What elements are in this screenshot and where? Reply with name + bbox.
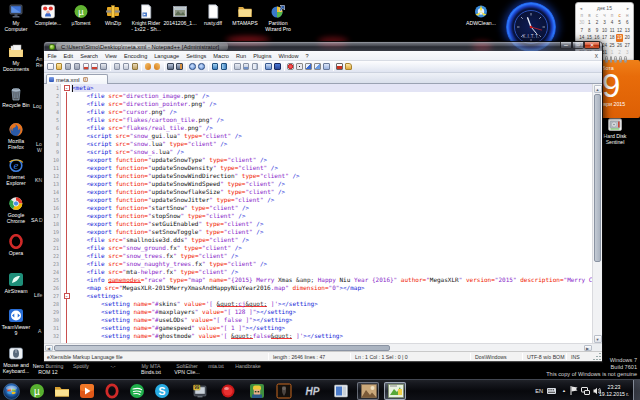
menu-search[interactable]: Search bbox=[77, 53, 102, 59]
calendar-day[interactable]: 15 bbox=[586, 34, 594, 41]
show-desktop-button[interactable] bbox=[633, 380, 640, 400]
menu-[interactable]: ? bbox=[302, 53, 312, 59]
desktop-icon-label-bottom-row[interactable]: Handbrake bbox=[222, 364, 274, 370]
taskbar-game-green-icon[interactable] bbox=[249, 383, 265, 399]
calendar-day[interactable]: 8 bbox=[586, 27, 594, 34]
action-center-flag-icon[interactable] bbox=[570, 380, 578, 400]
editor-line-11[interactable]: 11 <export function="updateSnowDensity" … bbox=[44, 164, 592, 172]
menu-file[interactable]: File bbox=[44, 53, 60, 59]
calendar-day[interactable]: 16 bbox=[593, 34, 601, 41]
cut-icon[interactable] bbox=[114, 63, 121, 70]
code-editor[interactable]: 1<meta>2 <file src="direction_image.png"… bbox=[44, 84, 592, 343]
calendar-day[interactable]: 9 bbox=[593, 27, 601, 34]
close-file-icon[interactable] bbox=[83, 63, 90, 70]
zoom-out-icon[interactable] bbox=[198, 63, 205, 70]
calendar-day[interactable]: 3 bbox=[601, 19, 609, 26]
calendar-day[interactable]: 20 bbox=[623, 34, 631, 41]
editor-line-26[interactable]: 26 <map src="MegasXLR-2015MerryXmasAndHa… bbox=[44, 284, 592, 292]
explorer-icon[interactable] bbox=[345, 63, 352, 70]
calendar-day[interactable]: 14 bbox=[578, 34, 586, 41]
calendar-day[interactable]: 4 bbox=[608, 19, 616, 26]
menu-settings[interactable]: Settings bbox=[183, 53, 210, 59]
show-all-chars-icon[interactable] bbox=[243, 63, 250, 70]
taskbar-opera-icon[interactable] bbox=[104, 383, 120, 399]
taskbar-image-app-icon[interactable] bbox=[333, 383, 349, 399]
close-all-icon[interactable] bbox=[91, 63, 98, 70]
taskbar-spotify-icon[interactable] bbox=[129, 383, 145, 399]
taskbar-utorrent-icon[interactable]: µ bbox=[29, 383, 45, 399]
taskbar-clock[interactable]: 23:23 19.12.2015 г. bbox=[596, 384, 632, 398]
editor-line-7[interactable]: 7 <script src="snow_gui.lua" type="clien… bbox=[44, 132, 592, 140]
doc-switcher-icon[interactable] bbox=[274, 63, 281, 70]
calendar-prev-icon[interactable]: ◄ bbox=[579, 6, 583, 11]
spell-check-icon[interactable] bbox=[336, 63, 343, 70]
taskbar-recorder-icon[interactable] bbox=[220, 383, 236, 399]
touch-keyboard-icon[interactable] bbox=[547, 380, 556, 400]
editor-line-19[interactable]: 19 <export function="setSnowToggle" type… bbox=[44, 228, 592, 236]
calendar-day[interactable]: 26 bbox=[616, 42, 624, 49]
taskbar-game-dark-icon[interactable] bbox=[276, 383, 292, 399]
tab-close-icon[interactable]: x bbox=[83, 77, 89, 83]
taskbar-photo-window-icon[interactable] bbox=[357, 382, 379, 400]
editor-line-5[interactable]: 5 <file src="flakes/cartoon_tile.png" /> bbox=[44, 116, 592, 124]
calendar-day[interactable]: 5 bbox=[616, 19, 624, 26]
menu-plugins[interactable]: Plugins bbox=[250, 53, 275, 59]
find-icon[interactable] bbox=[167, 63, 174, 70]
save-all-icon[interactable] bbox=[74, 63, 81, 70]
editor-line-16[interactable]: 16 <export function="startSnow" type="cl… bbox=[44, 204, 592, 212]
save-icon[interactable] bbox=[65, 63, 72, 70]
taskbar-notepadpp-window-icon[interactable] bbox=[384, 382, 406, 400]
indent-guide-icon[interactable] bbox=[252, 63, 259, 70]
calendar-day[interactable]: 13 bbox=[623, 27, 631, 34]
taskbar-media-player-icon[interactable] bbox=[79, 383, 95, 399]
editor-line-9[interactable]: 9 <script src="snow_s.lua" /> bbox=[44, 148, 592, 156]
editor-line-10[interactable]: 10 <export function="updateSnowType" typ… bbox=[44, 156, 592, 164]
undo-icon[interactable] bbox=[145, 63, 152, 70]
editor-line-20[interactable]: 20 <file src="smallnoise3d.dds" type="cl… bbox=[44, 236, 592, 244]
editor-line-15[interactable]: 15 <export function="updateSnowJitter" t… bbox=[44, 196, 592, 204]
calendar-day[interactable]: 27 bbox=[623, 42, 631, 49]
editor-line-24[interactable]: 24 <file src="mta-helper.fx" type="clien… bbox=[44, 268, 592, 276]
calendar-day[interactable]: 18 bbox=[608, 34, 616, 41]
calendar-day[interactable]: 7 bbox=[578, 27, 586, 34]
window-titlebar[interactable]: C:\Users\Simo\Desktop\meta.xml - Notepad… bbox=[44, 42, 602, 51]
editor-line-3[interactable]: 3 <file src="direction_pointer.png" /> bbox=[44, 100, 592, 108]
calendar-day[interactable]: 25 bbox=[608, 42, 616, 49]
menu-view[interactable]: View bbox=[101, 53, 120, 59]
taskbar-notes-99-icon[interactable]: 99 bbox=[192, 383, 208, 399]
editor-line-32[interactable]: 32 <setting name="#ghostmode" value='[ &… bbox=[44, 332, 592, 340]
calendar-day[interactable]: 30 bbox=[578, 19, 586, 26]
editor-line-28[interactable]: 28 <setting name="#skins" value='[ &quot… bbox=[44, 300, 592, 308]
menu-language[interactable]: Language bbox=[151, 53, 183, 59]
maximize-button[interactable]: □ bbox=[572, 42, 584, 49]
editor-line-31[interactable]: 31 <setting name="#gamespeed" value="[ 1… bbox=[44, 324, 592, 332]
editor-line-17[interactable]: 17 <export function="stopSnow" type="cli… bbox=[44, 212, 592, 220]
menubar-close-icon[interactable]: x bbox=[595, 52, 598, 59]
desktop-icon-partition-wizard[interactable]: PartitionWizard Pro bbox=[252, 4, 304, 33]
run-macro-multiple-icon[interactable] bbox=[323, 63, 330, 70]
taskbar-explorer-icon[interactable] bbox=[54, 383, 70, 399]
record-macro-icon[interactable] bbox=[287, 63, 294, 70]
editor-line-18[interactable]: 18 <export function="setGuiEnabled" type… bbox=[44, 220, 592, 228]
calendar-day[interactable]: 11 bbox=[608, 27, 616, 34]
editor-line-1[interactable]: 1<meta> bbox=[44, 84, 592, 92]
menu-window[interactable]: Window bbox=[275, 53, 302, 59]
taskbar-start-button[interactable] bbox=[3, 383, 19, 399]
user-language-icon[interactable] bbox=[265, 63, 272, 70]
new-file-icon[interactable] bbox=[47, 63, 54, 70]
save-macro-icon[interactable] bbox=[314, 63, 321, 70]
zoom-in-icon[interactable] bbox=[189, 63, 196, 70]
desktop-icon-adwcleaner[interactable]: ADWClean... bbox=[455, 4, 507, 27]
minimize-button[interactable]: – bbox=[560, 42, 572, 49]
fold-collapse-icon-line-27[interactable]: - bbox=[64, 293, 70, 299]
editor-line-13[interactable]: 13 <export function="updateSnowWindSpeed… bbox=[44, 180, 592, 188]
tab-meta-xml[interactable]: meta.xml x bbox=[46, 74, 108, 84]
copy-icon[interactable] bbox=[123, 63, 130, 70]
editor-line-22[interactable]: 22 <file src="snow_trees.fx" type="clien… bbox=[44, 252, 592, 260]
editor-line-29[interactable]: 29 <setting name="#maxplayers" value="[ … bbox=[44, 308, 592, 316]
redo-icon[interactable] bbox=[154, 63, 161, 70]
language-indicator[interactable]: EN bbox=[535, 380, 543, 400]
menu-encoding[interactable]: Encoding bbox=[120, 53, 150, 59]
calendar-day[interactable]: 12 bbox=[616, 27, 624, 34]
calendar-next-icon[interactable]: ► bbox=[626, 6, 630, 11]
